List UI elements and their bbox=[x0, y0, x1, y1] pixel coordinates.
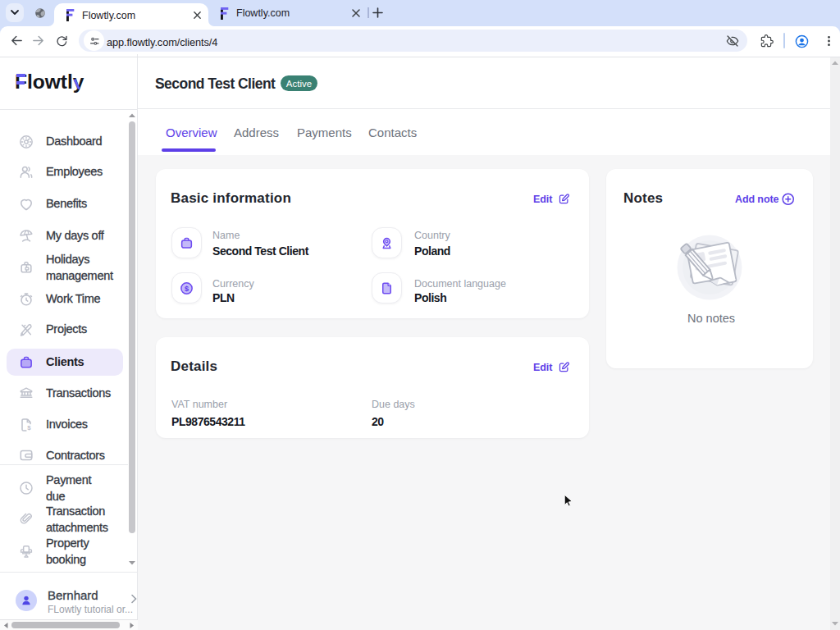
svg-text:$: $ bbox=[27, 424, 31, 431]
svg-text:$: $ bbox=[185, 284, 189, 292]
